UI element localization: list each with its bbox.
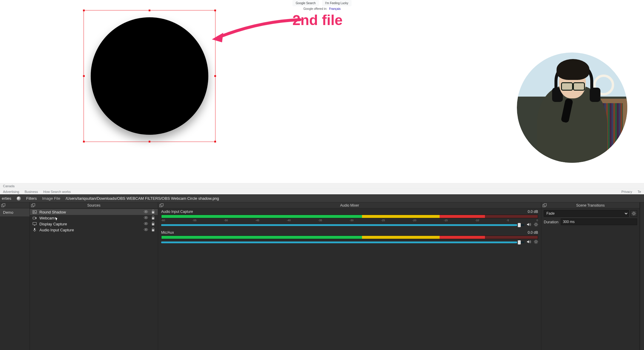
footer-link[interactable]: Advertising bbox=[3, 190, 19, 193]
google-footer-country: Canada bbox=[0, 183, 644, 189]
channel-settings-button[interactable] bbox=[534, 240, 538, 245]
google-buttons: Google Search I'm Feeling Lucky bbox=[292, 0, 352, 6]
svg-point-47 bbox=[633, 213, 635, 214]
svg-rect-24 bbox=[152, 229, 154, 231]
lock-toggle[interactable] bbox=[151, 222, 155, 227]
mixer-channel: Mic/Aux0.0 dB bbox=[161, 230, 538, 245]
transitions-panel: Scene Transitions Fade Duration 300 ms bbox=[541, 202, 640, 350]
resize-handle[interactable] bbox=[214, 10, 216, 11]
transition-select[interactable]: Fade bbox=[544, 210, 629, 217]
footer-link[interactable]: How Search works bbox=[43, 190, 71, 193]
source-row[interactable]: Display Capture bbox=[30, 221, 158, 227]
channel-name: Audio Input Capture bbox=[161, 210, 193, 214]
google-search-button[interactable]: Google Search bbox=[292, 0, 319, 6]
visibility-toggle[interactable] bbox=[144, 216, 148, 221]
svg-line-32 bbox=[534, 223, 535, 224]
google-offered-lang-link[interactable]: Français bbox=[329, 7, 341, 10]
scenes-panel: Demo bbox=[0, 202, 30, 350]
visibility-toggle[interactable] bbox=[144, 222, 148, 227]
svg-line-53 bbox=[635, 214, 635, 215]
preview-selection-box[interactable] bbox=[84, 10, 215, 142]
svg-line-55 bbox=[632, 214, 633, 215]
annotation-arrow-icon bbox=[212, 18, 301, 42]
channel-name: Mic/Aux bbox=[161, 230, 174, 235]
transition-settings-button[interactable] bbox=[631, 210, 637, 217]
scene-item[interactable]: Demo bbox=[0, 208, 30, 216]
resize-handle[interactable] bbox=[214, 141, 216, 143]
svg-line-42 bbox=[537, 243, 537, 243]
meter-ticks: -60-55-50-45-40-35-30-25-20-15-10-50 bbox=[161, 219, 538, 222]
resize-handle[interactable] bbox=[83, 141, 85, 143]
svg-rect-10 bbox=[33, 217, 36, 219]
controls-strip bbox=[640, 202, 644, 350]
svg-rect-46 bbox=[544, 204, 546, 206]
obs-topbar: erties Filters Image File /Users/tariqsu… bbox=[0, 195, 644, 202]
display-icon bbox=[32, 222, 37, 226]
svg-point-18 bbox=[145, 223, 147, 224]
google-offered-label: Google offered in: bbox=[303, 7, 327, 10]
mixer-title: Audio Mixer bbox=[340, 203, 359, 207]
mic-icon bbox=[32, 228, 37, 232]
popout-icon[interactable] bbox=[159, 203, 164, 207]
source-row[interactable]: Audio Input Capture bbox=[30, 227, 158, 233]
popout-icon[interactable] bbox=[543, 203, 547, 207]
svg-line-34 bbox=[537, 223, 537, 224]
source-name: Webcam bbox=[39, 216, 141, 220]
speaker-icon[interactable] bbox=[527, 240, 531, 245]
resize-handle[interactable] bbox=[83, 10, 85, 11]
filters-tab[interactable]: Filters bbox=[26, 196, 37, 201]
speaker-icon[interactable] bbox=[527, 222, 531, 227]
duration-input[interactable]: 300 ms bbox=[561, 219, 637, 225]
image-file-path: /Users/tariqsultan/Downloads/OBS WEBCAM … bbox=[66, 196, 219, 201]
footer-link[interactable]: Te bbox=[637, 190, 641, 193]
audio-meter bbox=[161, 215, 538, 218]
mixer-channel: Audio Input Capture0.0 dB-60-55-50-45-40… bbox=[161, 210, 538, 227]
resize-handle[interactable] bbox=[149, 141, 150, 143]
round-shadow-circle[interactable] bbox=[91, 17, 208, 135]
sources-title: Sources bbox=[87, 203, 100, 207]
svg-rect-19 bbox=[152, 223, 154, 225]
obs-panel: erties Filters Image File /Users/tariqsu… bbox=[0, 194, 644, 350]
source-name: Audio Input Capture bbox=[39, 228, 141, 232]
popout-icon[interactable] bbox=[31, 203, 35, 207]
svg-line-41 bbox=[534, 240, 535, 241]
svg-point-8 bbox=[145, 211, 147, 212]
volume-slider[interactable] bbox=[161, 224, 524, 226]
properties-tab[interactable]: erties bbox=[2, 196, 11, 201]
source-name: Round Shadow bbox=[39, 210, 141, 214]
channel-settings-button[interactable] bbox=[534, 222, 538, 227]
gear-icon bbox=[632, 211, 636, 216]
resize-handle[interactable] bbox=[83, 75, 85, 77]
source-row[interactable]: Webcam bbox=[30, 215, 158, 221]
source-name: Display Capture bbox=[39, 222, 141, 226]
svg-rect-2 bbox=[3, 204, 5, 206]
filters-icon bbox=[17, 196, 21, 201]
svg-rect-9 bbox=[152, 211, 154, 213]
lock-toggle[interactable] bbox=[151, 227, 155, 233]
mixer-header: Audio Mixer bbox=[158, 202, 541, 208]
footer-link[interactable]: Business bbox=[24, 190, 38, 193]
transitions-title: Scene Transitions bbox=[576, 203, 605, 207]
footer-link[interactable]: Privacy bbox=[621, 190, 632, 193]
feeling-lucky-button[interactable]: I'm Feeling Lucky bbox=[322, 0, 352, 6]
svg-line-52 bbox=[632, 212, 633, 213]
popout-icon[interactable] bbox=[1, 203, 5, 207]
svg-point-23 bbox=[145, 229, 147, 230]
visibility-toggle[interactable] bbox=[144, 227, 148, 233]
source-row[interactable]: Round Shadow bbox=[30, 209, 158, 215]
image-file-label: Image File bbox=[42, 196, 60, 201]
visibility-toggle[interactable] bbox=[144, 210, 148, 215]
resize-handle[interactable] bbox=[214, 75, 216, 77]
scenes-header bbox=[0, 202, 30, 208]
audio-meter bbox=[161, 236, 538, 239]
svg-rect-13 bbox=[152, 217, 154, 219]
duration-label: Duration bbox=[544, 220, 558, 224]
sources-panel: Sources Round ShadowWebcam Display Captu… bbox=[30, 202, 158, 350]
resize-handle[interactable] bbox=[149, 10, 150, 11]
lock-toggle[interactable] bbox=[151, 216, 155, 221]
svg-rect-4 bbox=[33, 204, 35, 206]
image-icon bbox=[32, 210, 37, 214]
webcam-preview[interactable] bbox=[517, 52, 627, 163]
volume-slider[interactable] bbox=[161, 241, 524, 243]
lock-toggle[interactable] bbox=[151, 210, 155, 215]
